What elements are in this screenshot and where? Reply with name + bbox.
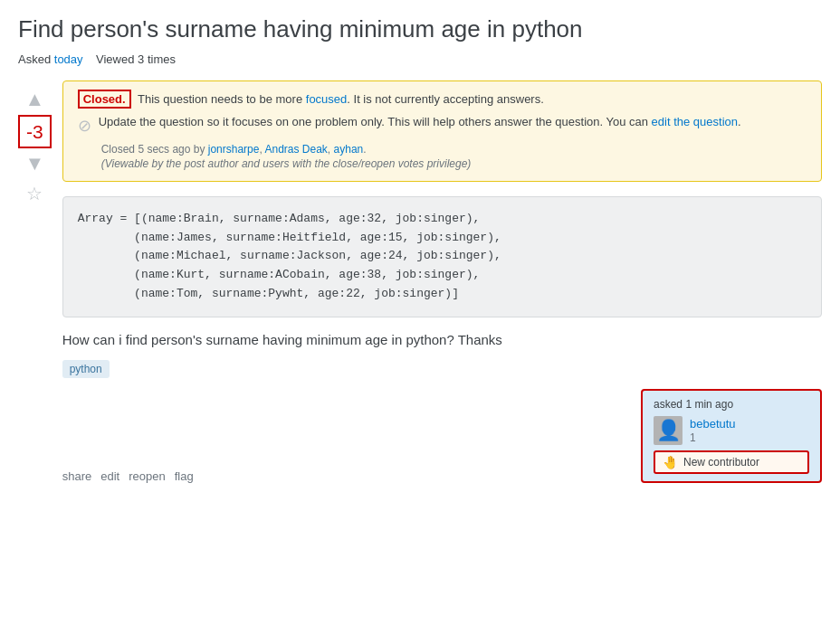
asked-label: Asked: [18, 52, 51, 66]
action-links: share edit reopen flag: [62, 469, 194, 483]
question-footer: share edit reopen flag asked 1 min ago 👤…: [62, 389, 822, 483]
hand-wave-icon: 🤚: [663, 455, 678, 469]
question-text: How can i find person's surname having m…: [62, 332, 822, 347]
asked-time-label: asked: [654, 398, 682, 411]
closed-label: Closed.: [78, 90, 131, 109]
closed-meta: Closed 5 secs ago by jonrsharpe, Andras …: [101, 143, 807, 156]
upvote-button[interactable]: ▲: [23, 88, 46, 111]
asked-time: asked 1 min ago: [654, 398, 809, 411]
closer-2-link[interactable]: Andras Deak: [264, 143, 327, 156]
closed-message2: . It is not currently accepting answers.: [347, 92, 543, 106]
update-text: Update the question so it focuses on one…: [99, 115, 741, 136]
focused-link[interactable]: focused: [306, 92, 348, 106]
asked-time-text: 1 min ago: [685, 398, 733, 411]
avatar-icon: 👤: [656, 419, 681, 442]
edit-question-link[interactable]: edit the question: [652, 115, 738, 128]
username-link[interactable]: bebetutu: [690, 417, 736, 431]
edit-link[interactable]: edit: [100, 469, 119, 483]
viewed-count-value: 3: [138, 52, 144, 66]
vote-count: -3: [18, 115, 52, 148]
closed-time: Closed 5 secs ago by: [101, 143, 208, 156]
viewed-unit-text: times: [148, 52, 176, 66]
new-contributor-badge: 🤚 New contributor: [654, 450, 809, 474]
viewed-label: Viewed: [96, 52, 134, 66]
new-contributor-label: New contributor: [683, 456, 759, 469]
focus-icon: ⊘: [78, 116, 91, 136]
update-message: Update the question so it focuses on one…: [99, 115, 652, 128]
avatar: 👤: [654, 416, 682, 445]
closed-notice: Closed. This question needs to be more f…: [62, 80, 822, 182]
page-title: Find person's surname having minimum age…: [18, 14, 822, 45]
update-section: ⊘ Update the question so it focuses on o…: [78, 115, 807, 136]
viewable-note: (Viewable by the post author and users w…: [101, 157, 807, 170]
edit-suffix: .: [738, 115, 741, 128]
tags-row: python: [62, 360, 822, 378]
user-details: bebetutu 1: [690, 417, 736, 444]
user-reputation: 1: [690, 431, 696, 444]
asked-today-link[interactable]: today: [54, 52, 83, 66]
share-link[interactable]: share: [62, 469, 92, 483]
closed-message: This question needs to be more: [135, 92, 306, 106]
meta-row: Asked today Viewed 3 times: [18, 52, 822, 66]
question-container: ▲ -3 ▼ ☆ Closed. This question needs to …: [18, 80, 822, 483]
closer-3-link[interactable]: ayhan: [334, 143, 364, 156]
flag-link[interactable]: flag: [175, 469, 194, 483]
question-body: Closed. This question needs to be more f…: [62, 80, 822, 483]
downvote-button[interactable]: ▼: [23, 152, 46, 175]
user-card: asked 1 min ago 👤 bebetutu 1 🤚 New contr…: [641, 389, 822, 483]
code-block: Array = [(name:Brain, surname:Adams, age…: [62, 196, 822, 317]
tag-python[interactable]: python: [62, 360, 110, 378]
vote-column: ▲ -3 ▼ ☆: [18, 80, 62, 483]
user-info: 👤 bebetutu 1: [654, 416, 809, 445]
bookmark-button[interactable]: ☆: [26, 183, 43, 204]
closed-header: Closed. This question needs to be more f…: [78, 92, 807, 106]
closer-1-link[interactable]: jonrsharpe: [208, 143, 260, 156]
reopen-link[interactable]: reopen: [129, 469, 165, 483]
